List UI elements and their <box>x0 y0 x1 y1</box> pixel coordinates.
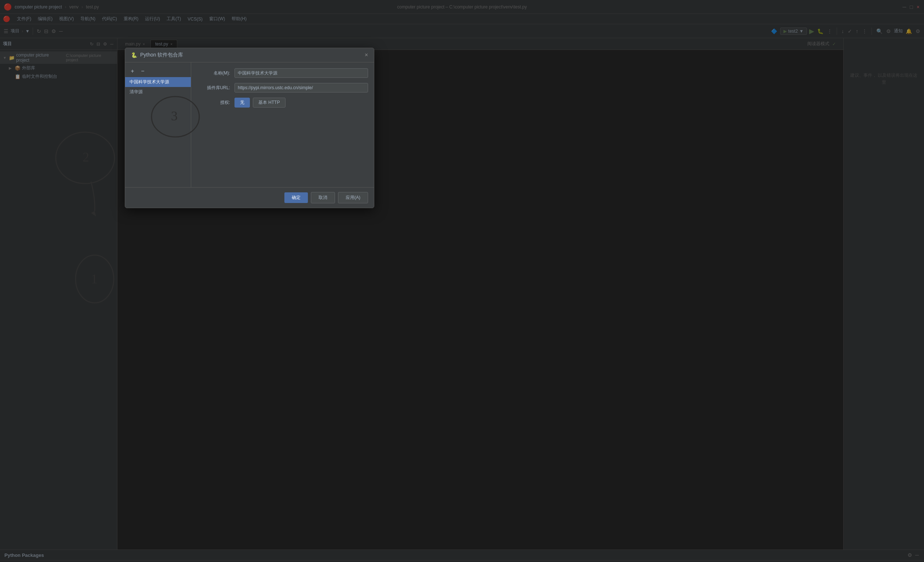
dialog-title-icon: 🐍 <box>131 52 137 58</box>
dialog-main: 名称(M): 插件库URL: 授权: 无 基本 HTTP <box>191 62 374 187</box>
dialog-body: + − 中国科学技术大学源 清华源 名称(M): 插件库URL: 授权: <box>125 62 374 187</box>
auth-group: 无 基本 HTTP <box>234 98 285 108</box>
auth-basic-http-button[interactable]: 基本 HTTP <box>253 98 285 108</box>
dialog-repo-tsinghua[interactable]: 清华源 <box>125 87 191 97</box>
dialog-overlay: 🐍 Python 软件包合库 × + − 中国科学技术大学源 清华源 名称(M)… <box>0 0 924 562</box>
dialog-sidebar-header: + − <box>125 65 191 77</box>
dialog-repo-ustc[interactable]: 中国科学技术大学源 <box>125 77 191 87</box>
dialog-cancel-button[interactable]: 取消 <box>311 192 335 203</box>
form-label-auth: 授权: <box>197 99 230 106</box>
dialog-remove-repo-button[interactable]: − <box>138 67 147 76</box>
dialog-ok-button[interactable]: 确定 <box>284 192 308 203</box>
form-label-name: 名称(M): <box>197 70 230 77</box>
dialog-close-button[interactable]: × <box>365 52 368 59</box>
form-input-url[interactable] <box>234 83 368 93</box>
dialog-apply-button[interactable]: 应用(A) <box>338 192 368 203</box>
form-row-name: 名称(M): <box>197 68 368 78</box>
form-row-url: 插件库URL: <box>197 83 368 93</box>
dialog-footer: 确定 取消 应用(A) <box>125 187 374 208</box>
python-packages-dialog: 🐍 Python 软件包合库 × + − 中国科学技术大学源 清华源 名称(M)… <box>125 48 374 208</box>
form-input-name[interactable] <box>234 68 368 78</box>
dialog-add-repo-button[interactable]: + <box>128 67 137 76</box>
auth-none-button[interactable]: 无 <box>234 98 250 108</box>
dialog-title-text: Python 软件包合库 <box>140 52 183 59</box>
form-row-auth: 授权: 无 基本 HTTP <box>197 98 368 108</box>
dialog-title-bar: 🐍 Python 软件包合库 × <box>125 48 374 62</box>
dialog-repo-list: + − 中国科学技术大学源 清华源 <box>125 62 191 187</box>
dialog-title: 🐍 Python 软件包合库 <box>131 52 183 59</box>
form-label-url: 插件库URL: <box>197 85 230 91</box>
